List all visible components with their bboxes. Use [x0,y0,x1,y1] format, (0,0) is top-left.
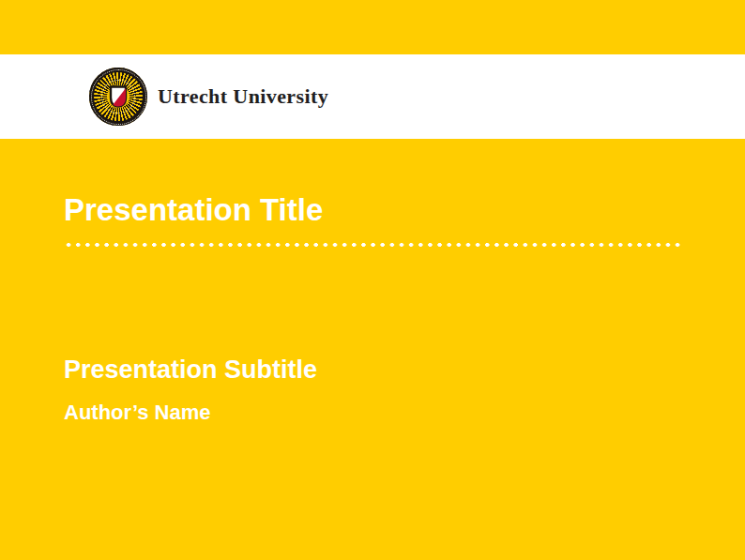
dotted-divider [64,242,683,248]
author-name: Author’s Name [64,401,210,424]
university-wordmark: Utrecht University [158,54,328,139]
utrecht-shield-icon [109,85,128,108]
utrecht-university-sun-seal-icon [89,68,147,126]
presentation-title: Presentation Title [64,193,323,227]
logo-band: Utrecht University [0,54,745,139]
presentation-subtitle: Presentation Subtitle [64,356,317,385]
title-slide: Utrecht University Presentation Title Pr… [0,0,745,560]
